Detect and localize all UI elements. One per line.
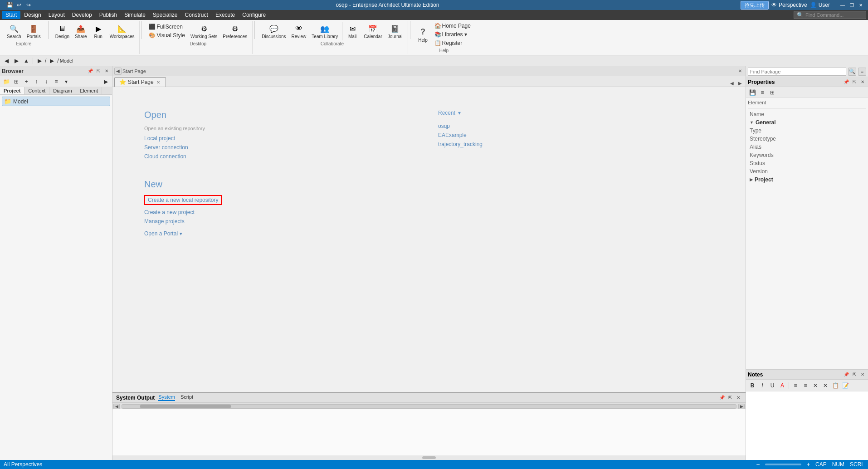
design-ribbon-btn[interactable]: 🖥 Design [53, 22, 72, 40]
browser-grid-btn[interactable]: ⊞ [12, 77, 21, 86]
run-ribbon-btn[interactable]: ▶ Run [90, 22, 107, 40]
browser-pin-btn[interactable]: 📌 [87, 68, 94, 75]
tab-nav-next-btn[interactable]: ▶ [736, 79, 744, 87]
menu-item-layout[interactable]: Layout [45, 11, 68, 19]
notes-italic-btn[interactable]: I [758, 381, 767, 390]
review-ribbon-btn[interactable]: 👁 Review [289, 22, 309, 40]
zoom-minus-btn[interactable]: – [756, 461, 760, 468]
menu-item-execute[interactable]: Execute [212, 11, 239, 19]
recent-item-osqp[interactable]: osqp [438, 122, 714, 131]
find-package-input[interactable] [748, 68, 846, 76]
output-resize-handle[interactable] [112, 455, 746, 460]
browser-tab-diagram[interactable]: Diagram [49, 87, 76, 94]
help-ribbon-btn[interactable]: ? Help [415, 25, 431, 44]
zoom-plus-btn[interactable]: + [807, 461, 810, 468]
props-section-general[interactable]: ▼ General [748, 118, 866, 127]
local-project-link[interactable]: Local project [144, 134, 420, 143]
browser-menu-btn[interactable]: ▾ [62, 77, 71, 86]
menu-item-design[interactable]: Design [20, 11, 44, 19]
output-tab-script[interactable]: Script [180, 394, 193, 401]
browser-tab-project[interactable]: Project [0, 87, 24, 94]
props-float-btn[interactable]: ⇱ [851, 78, 858, 86]
team-library-ribbon-btn[interactable]: 👥 Team Library [309, 22, 340, 40]
mail-ribbon-btn[interactable]: ✉ Mail [344, 22, 361, 40]
server-connection-link[interactable]: Server connection [144, 143, 420, 152]
tree-item-model[interactable]: 📁 Model [2, 97, 110, 106]
output-close-btn[interactable]: ✕ [735, 394, 742, 401]
props-list-btn[interactable]: ≡ [758, 88, 767, 97]
menu-item-specialize[interactable]: Specialize [149, 11, 181, 19]
discussions-ribbon-btn[interactable]: 💬 Discussions [259, 22, 288, 40]
menu-item-construct[interactable]: Construct [181, 11, 212, 19]
open-portal-link[interactable]: Open a Portal [144, 230, 178, 237]
menu-item-publish[interactable]: Publish [96, 11, 121, 19]
chinese-upload-btn[interactable]: 抢先上传 [741, 1, 769, 10]
journal-ribbon-btn[interactable]: 📓 Journal [385, 22, 405, 40]
cloud-connection-link[interactable]: Cloud connection [144, 152, 420, 161]
quick-undo-btn[interactable]: ↩ [15, 1, 23, 9]
create-project-link[interactable]: Create a new project [144, 208, 420, 217]
nav-back-btn[interactable]: ◀ [2, 56, 11, 65]
tab-nav-prev-btn[interactable]: ◀ [728, 79, 736, 87]
diagram-nav-close-btn[interactable]: ✕ [736, 68, 744, 75]
browser-add-btn[interactable]: + [22, 77, 31, 86]
find-command-bar[interactable]: 🔍 Find Command... [794, 11, 866, 19]
browser-down-btn[interactable]: ↓ [42, 77, 51, 86]
search-ribbon-btn[interactable]: 🔍 Search [5, 22, 24, 40]
output-pin-btn[interactable]: 📌 [718, 394, 726, 401]
scroll-left-btn[interactable]: ◀ [113, 404, 120, 409]
restore-btn[interactable]: ❐ [848, 1, 855, 9]
zoom-slider[interactable] [765, 464, 801, 465]
notes-clear-btn[interactable]: ✕ [811, 381, 820, 390]
find-package-options-btn[interactable]: ≡ [858, 68, 866, 76]
h-scrollbar[interactable] [122, 404, 736, 409]
menu-item-configure[interactable]: Configure [239, 11, 269, 19]
share-ribbon-btn[interactable]: 📤 Share [73, 22, 89, 40]
nav-root-btn[interactable]: ▶ [35, 56, 44, 65]
notes-clear2-btn[interactable]: ✕ [821, 381, 830, 390]
perspective-btn[interactable]: 👁 Perspective [771, 2, 807, 8]
calendar-ribbon-btn[interactable]: 📅 Calendar [361, 22, 385, 40]
manage-projects-link[interactable]: Manage projects [144, 217, 420, 226]
notes-bold-btn[interactable]: B [748, 381, 757, 390]
props-close-btn[interactable]: ✕ [859, 78, 866, 86]
browser-folder-btn[interactable]: 📁 [2, 77, 11, 86]
minimize-btn[interactable]: — [839, 1, 846, 9]
props-pin-btn[interactable]: 📌 [843, 78, 850, 86]
working-sets-ribbon-btn[interactable]: ⚙ Working Sets [188, 22, 219, 40]
output-float-btn[interactable]: ⇱ [727, 394, 734, 401]
output-tab-system[interactable]: System [158, 394, 175, 401]
close-btn[interactable]: ✕ [857, 1, 864, 9]
libraries-btn[interactable]: 📚 Libraries ▾ [432, 30, 473, 39]
notes-bullets-btn[interactable]: ≡ [791, 381, 800, 390]
notes-float-btn[interactable]: ⇱ [851, 371, 858, 378]
recent-dropdown-icon[interactable]: ▾ [458, 110, 461, 116]
recent-item-eaexample[interactable]: EAExample [438, 131, 714, 140]
props-section-project[interactable]: ▶ Project [748, 176, 866, 184]
scroll-right-btn[interactable]: ▶ [738, 404, 745, 409]
browser-float-btn[interactable]: ⇱ [95, 68, 102, 75]
browser-expand-btn[interactable]: ▶ [101, 77, 110, 86]
browser-up-btn[interactable]: ↑ [32, 77, 41, 86]
find-package-search-btn[interactable]: 🔍 [848, 68, 856, 76]
browser-list-btn[interactable]: ≡ [52, 77, 61, 86]
menu-item-start[interactable]: Start [2, 11, 20, 19]
notes-link-btn[interactable]: 📝 [841, 381, 850, 390]
quick-save-btn[interactable]: 💾 [5, 1, 14, 9]
portal-dropdown-arrow[interactable]: ▾ [180, 231, 182, 237]
browser-close-btn[interactable]: ✕ [103, 68, 110, 75]
fullscreen-btn[interactable]: ⬛ FullScreen [146, 23, 187, 31]
menu-item-simulate[interactable]: Simulate [121, 11, 149, 19]
notes-close-btn[interactable]: ✕ [859, 371, 866, 378]
start-page-tab-close-btn[interactable]: ✕ [156, 79, 161, 85]
tab-nav-left-btn[interactable]: ◀ [114, 68, 122, 75]
notes-paste-btn[interactable]: 📋 [831, 381, 840, 390]
visual-style-btn[interactable]: 🎨 Visual Style [146, 31, 187, 39]
register-btn[interactable]: 📋 Register [432, 39, 473, 47]
props-save-btn[interactable]: 💾 [748, 88, 757, 97]
recent-item-trajectory[interactable]: trajectory_tracking [438, 140, 714, 149]
notes-pin-btn[interactable]: 📌 [843, 371, 850, 378]
browser-tab-context[interactable]: Context [24, 87, 49, 94]
notes-color-btn[interactable]: A [778, 381, 787, 390]
notes-numbered-btn[interactable]: ≡ [801, 381, 810, 390]
